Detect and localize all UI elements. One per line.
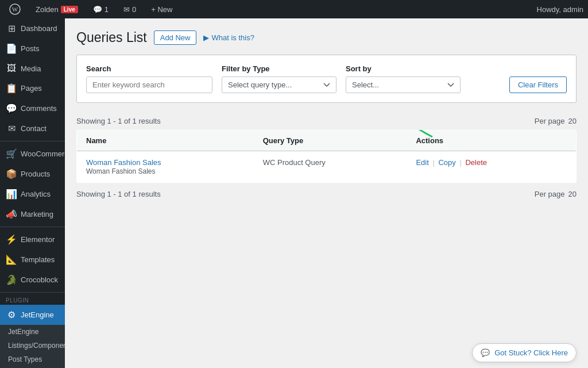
filter-type-group: Filter by Type Select query type... <box>222 64 336 93</box>
col-actions: Actions <box>407 131 576 151</box>
results-bottom-bar: Showing 1 - 1 of 1 results Per page 20 <box>76 185 577 203</box>
sidebar-item-pages[interactable]: 📋 Pages <box>0 78 65 98</box>
contact-icon: ✉ <box>6 123 17 134</box>
row-query-type-cell: WC Product Query <box>254 151 407 183</box>
add-new-button[interactable]: Add New <box>154 30 197 45</box>
woo-icon: 🛒 <box>6 148 17 159</box>
what-is-this-link[interactable]: ▶ What is this? <box>203 33 254 42</box>
submenu-post-types[interactable]: Post Types <box>0 352 65 366</box>
sidebar-item-elementor[interactable]: ⚡ Elementor <box>0 229 65 250</box>
croco-icon: 🐊 <box>6 274 17 285</box>
table-container: Name Query Type Actions Woman Fashion Sa… <box>76 130 577 183</box>
sidebar-item-dashboard[interactable]: ⊞ Dashboard <box>0 18 65 39</box>
add-new-button[interactable]: + New <box>146 5 177 14</box>
results-top-bar: Showing 1 - 1 of 1 results Per page 20 <box>76 112 577 130</box>
media-icon: 🖼 <box>6 63 17 74</box>
analytics-icon: 📊 <box>6 189 17 200</box>
howdy-text: Howdy, admin <box>537 5 583 14</box>
submenu-jetengine[interactable]: JetEngine <box>0 325 65 339</box>
row-name-link[interactable]: Woman Fashion Sales <box>86 158 245 167</box>
pages-icon: 📋 <box>6 83 17 94</box>
search-label: Search <box>86 64 212 73</box>
filter-type-label: Filter by Type <box>222 64 336 73</box>
svg-text:W: W <box>12 6 18 13</box>
sort-select[interactable]: Select... <box>346 76 461 93</box>
sidebar-item-contact[interactable]: ✉ Contact <box>0 118 65 139</box>
live-badge: Live <box>61 6 78 13</box>
row-name-cell: Woman Fashion Sales Woman Fashion Sales <box>77 151 254 183</box>
per-page-bottom: Per page 20 <box>535 190 577 198</box>
sidebar-item-templates[interactable]: 📐 Templates <box>0 250 65 270</box>
admin-sidebar: ⊞ Dashboard 📄 Posts 🖼 Media 📋 Pages 💬 Co… <box>0 18 65 368</box>
row-actions-cell: Edit | Copy | Delete <box>407 151 576 183</box>
site-name[interactable]: Zolden Live <box>31 5 83 14</box>
filter-type-select[interactable]: Select query type... <box>222 76 336 93</box>
table-header-row: Name Query Type Actions <box>77 131 577 151</box>
table-row: Woman Fashion Sales Woman Fashion Sales … <box>77 151 577 183</box>
col-name: Name <box>77 131 254 151</box>
dashboard-icon: ⊞ <box>6 23 17 34</box>
messages-notif[interactable]: ✉ 0 <box>119 5 141 14</box>
per-page-top: Per page 20 <box>535 117 577 125</box>
got-stuck-bar: 💬 Got Stuck? Click Here <box>461 338 588 368</box>
menu-divider-3 <box>0 292 65 293</box>
sidebar-item-jetengine[interactable]: ⚙ JetEngine <box>0 305 65 325</box>
elementor-icon: ⚡ <box>6 234 17 245</box>
edit-action-link[interactable]: Edit <box>416 158 428 167</box>
results-count-top: Showing 1 - 1 of 1 results <box>76 117 161 125</box>
sidebar-item-comments[interactable]: 💬 Comments <box>0 98 65 118</box>
posts-icon: 📄 <box>6 43 17 54</box>
main-content: Queries List Add New ▶ What is this? Sea… <box>65 18 588 368</box>
queries-table: Name Query Type Actions Woman Fashion Sa… <box>76 130 577 183</box>
jetengine-icon: ⚙ <box>6 309 17 320</box>
results-count-bottom: Showing 1 - 1 of 1 results <box>76 190 161 198</box>
got-stuck-button[interactable]: 💬 Got Stuck? Click Here <box>472 343 577 362</box>
plugin-section-label: PLUGIN <box>0 295 65 305</box>
sidebar-item-crocoblock[interactable]: 🐊 Crocoblock <box>0 270 65 290</box>
page-title: Queries List <box>76 30 147 45</box>
sort-group: Sort by Select... <box>346 64 461 93</box>
wp-logo[interactable]: W <box>5 3 25 15</box>
delete-action-link[interactable]: Delete <box>465 158 487 167</box>
page-title-area: Queries List Add New ▶ What is this? <box>76 30 577 45</box>
templates-icon: 📐 <box>6 254 17 265</box>
col-query-type: Query Type <box>254 131 407 151</box>
sidebar-item-posts[interactable]: 📄 Posts <box>0 39 65 59</box>
sort-label: Sort by <box>346 64 461 73</box>
sidebar-item-woocommerce[interactable]: 🛒 WooCommerce <box>0 144 65 164</box>
got-stuck-icon: 💬 <box>481 348 490 357</box>
search-input[interactable] <box>86 76 212 93</box>
sidebar-item-marketing[interactable]: 📣 Marketing <box>0 204 65 224</box>
row-subtitle: Woman Fashion Sales <box>86 167 156 175</box>
clear-filters-button[interactable]: Clear Filters <box>509 76 567 93</box>
sidebar-item-products[interactable]: 📦 Products <box>0 164 65 184</box>
comments-notif[interactable]: 💬 1 <box>88 5 113 14</box>
comments-icon: 💬 <box>6 103 17 114</box>
menu-divider-1 <box>0 141 65 141</box>
submenu-listings[interactable]: Listings/Components <box>0 339 65 352</box>
sidebar-item-analytics[interactable]: 📊 Analytics <box>0 184 65 204</box>
filter-bar: Search Filter by Type Select query type.… <box>76 55 577 103</box>
copy-action-link[interactable]: Copy <box>438 158 455 167</box>
search-group: Search <box>86 64 212 93</box>
marketing-icon: 📣 <box>6 209 17 220</box>
admin-bar: W Zolden Live 💬 1 ✉ 0 + New Howdy, admin <box>0 0 588 18</box>
sidebar-item-media[interactable]: 🖼 Media <box>0 59 65 78</box>
jetengine-submenu: JetEngine Listings/Components Post Types… <box>0 325 65 368</box>
menu-divider-2 <box>0 227 65 227</box>
got-stuck-label: Got Stuck? Click Here <box>494 348 568 357</box>
products-icon: 📦 <box>6 168 17 179</box>
